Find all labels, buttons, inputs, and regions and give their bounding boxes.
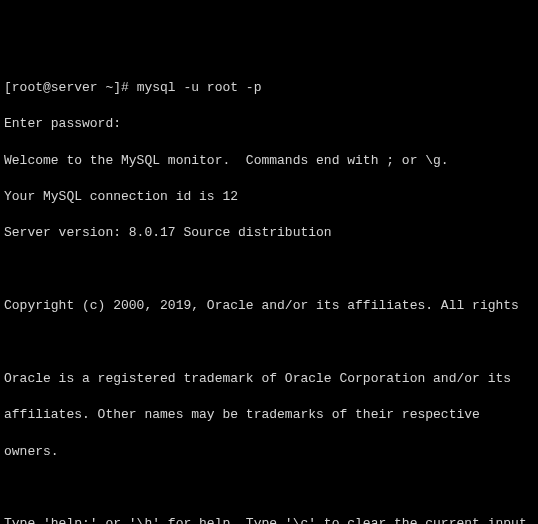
copyright-line-2: Oracle is a registered trademark of Orac… (4, 370, 534, 388)
connection-id-line: Your MySQL connection id is 12 (4, 188, 534, 206)
shell-prompt: [root@server ~]# (4, 80, 137, 95)
blank-line (4, 479, 534, 497)
copyright-line-3: affiliates. Other names may be trademark… (4, 406, 534, 424)
blank-line (4, 333, 534, 351)
shell-prompt-line: [root@server ~]# mysql -u root -p (4, 79, 534, 97)
help-line: Type 'help;' or '\h' for help. Type '\c'… (4, 515, 534, 524)
blank-line (4, 261, 534, 279)
server-version-line: Server version: 8.0.17 Source distributi… (4, 224, 534, 242)
shell-command: mysql -u root -p (137, 80, 262, 95)
copyright-line-4: owners. (4, 443, 534, 461)
copyright-line-1: Copyright (c) 2000, 2019, Oracle and/or … (4, 297, 534, 315)
enter-password-line: Enter password: (4, 115, 534, 133)
welcome-line: Welcome to the MySQL monitor. Commands e… (4, 152, 534, 170)
